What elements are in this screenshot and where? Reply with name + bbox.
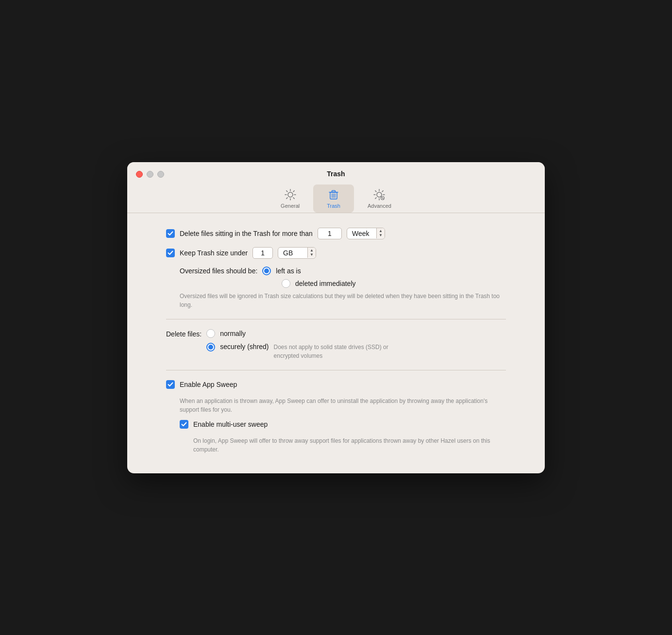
oversized-section: Oversized files should be: left as is de…: [180, 267, 506, 309]
section-divider-2: [166, 370, 506, 370]
arrow-up-icon-2: ▲: [310, 249, 314, 252]
svg-line-22: [382, 190, 383, 191]
arrow-down-icon-2: ▼: [310, 253, 314, 257]
keep-trash-checkbox[interactable]: [166, 249, 175, 257]
traffic-lights: [136, 171, 164, 178]
keep-trash-row: Keep Trash size under GB ▲ ▼: [166, 247, 506, 259]
delete-files-number-input[interactable]: [318, 228, 342, 239]
enable-multi-user-checkbox[interactable]: [180, 420, 188, 429]
oversized-hint: Oversized files will be ignored in Trash…: [180, 292, 506, 309]
toolbar: General Trash: [267, 184, 405, 213]
svg-line-8: [286, 198, 287, 199]
radio-deleted-immediately[interactable]: [282, 279, 290, 288]
keep-trash-label: Keep Trash size under: [180, 249, 248, 257]
radio-deleted-immediately-label: deleted immediately: [295, 280, 356, 287]
maximize-button[interactable]: [157, 171, 164, 178]
multi-user-hint-container: On login, App Sweep will offer to throw …: [193, 436, 506, 454]
arrow-up-icon: ▲: [379, 229, 383, 233]
content-area: Delete files sitting in the Trash for mo…: [127, 213, 545, 473]
close-button[interactable]: [136, 171, 143, 178]
enable-app-sweep-hint: When an application is thrown away, App …: [180, 397, 506, 414]
svg-line-20: [375, 190, 376, 191]
delete-files-unit-text: Week: [347, 228, 376, 239]
tab-advanced-label: Advanced: [368, 203, 391, 209]
enable-multi-user-hint: On login, App Sweep will offer to throw …: [193, 436, 506, 454]
radio-securely-inner: [208, 345, 213, 350]
enable-multi-user-section: Enable multi-user sweep On login, App Sw…: [180, 420, 506, 454]
radio-normally[interactable]: [206, 329, 215, 338]
delete-files-row: Delete files sitting in the Trash for mo…: [166, 228, 506, 239]
keep-trash-unit-select[interactable]: GB ▲ ▼: [278, 247, 316, 259]
tab-advanced[interactable]: Advanced: [354, 184, 405, 213]
section-divider-1: [166, 319, 506, 319]
svg-line-5: [286, 190, 287, 191]
enable-app-sweep-label: Enable App Sweep: [180, 381, 237, 388]
svg-line-23: [375, 198, 376, 199]
delete-method-section: Delete files: normally securely (shred) …: [166, 329, 506, 360]
svg-rect-11: [332, 190, 336, 192]
radio-left-as-is[interactable]: [262, 267, 271, 275]
tab-general-label: General: [281, 203, 300, 209]
minimize-button[interactable]: [147, 171, 153, 178]
keep-trash-unit-arrows[interactable]: ▲ ▼: [307, 248, 316, 258]
tab-trash-label: Trash: [327, 203, 340, 209]
delete-files-method-label: Delete files:: [166, 329, 202, 338]
radio-securely-label: securely (shred): [220, 343, 269, 351]
enable-app-sweep-checkbox[interactable]: [166, 380, 175, 389]
svg-line-7: [293, 190, 294, 191]
titlebar: Trash General: [127, 162, 545, 213]
radio-securely[interactable]: [206, 343, 215, 351]
delete-files-label: Delete files sitting in the Trash for mo…: [180, 230, 313, 237]
enable-app-sweep-section: Enable App Sweep When an application is …: [166, 380, 506, 454]
enable-app-sweep-row: Enable App Sweep: [166, 380, 506, 389]
radio-left-as-is-label: left as is: [276, 267, 301, 275]
radio-normally-label: normally: [220, 330, 246, 337]
delete-files-unit-arrows[interactable]: ▲ ▼: [376, 228, 385, 238]
keep-trash-unit-text: GB: [278, 248, 307, 258]
window-title: Trash: [327, 170, 345, 178]
svg-line-6: [293, 198, 294, 199]
radio-securely-row: securely (shred) Does not apply to solid…: [206, 343, 400, 360]
enable-multi-user-row: Enable multi-user sweep: [180, 420, 506, 429]
svg-point-0: [288, 192, 293, 197]
delete-files-checkbox[interactable]: [166, 229, 175, 238]
svg-line-21: [382, 198, 383, 199]
keep-trash-number-input[interactable]: [252, 247, 273, 259]
svg-point-15: [377, 192, 382, 197]
delete-files-unit-select[interactable]: Week ▲ ▼: [347, 228, 385, 239]
tab-trash[interactable]: Trash: [313, 184, 354, 213]
securely-note: Does not apply to solid state drives (SS…: [274, 343, 400, 360]
oversized-label: Oversized files should be:: [180, 267, 257, 275]
arrow-down-icon: ▼: [379, 234, 383, 237]
tab-general[interactable]: General: [267, 184, 313, 213]
radio-left-as-is-inner: [264, 268, 269, 273]
radio-normally-row: normally: [206, 329, 400, 338]
enable-multi-user-label: Enable multi-user sweep: [193, 420, 268, 428]
main-window: Trash General: [127, 162, 545, 473]
